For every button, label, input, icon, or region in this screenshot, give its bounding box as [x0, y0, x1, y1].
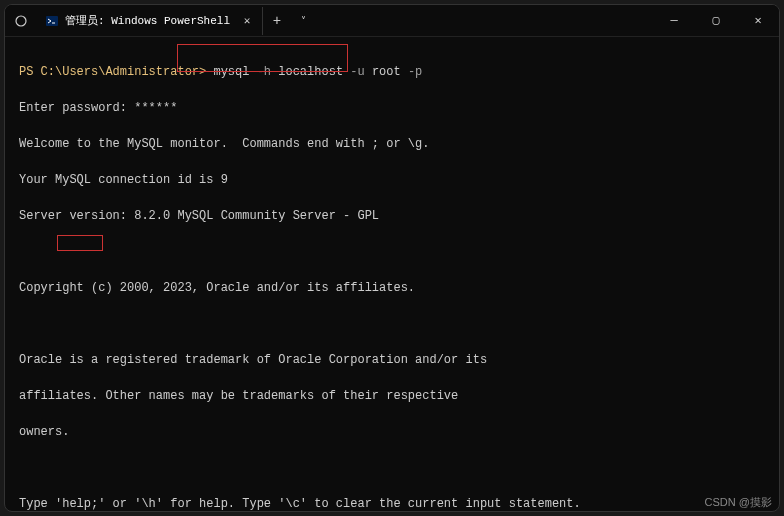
watermark: CSDN @摸影 [705, 495, 772, 510]
tab-powershell[interactable]: 管理员: Windows PowerShell ✕ [37, 7, 263, 35]
user-arg: root [372, 65, 401, 79]
trademark-1: Oracle is a registered trademark of Orac… [19, 351, 765, 369]
flag-u: -u [343, 65, 372, 79]
blank-2 [19, 315, 765, 333]
svg-point-0 [16, 16, 26, 26]
blank-3 [19, 459, 765, 477]
ps-prompt: PS C:\Users\Administrator> [19, 65, 213, 79]
svg-rect-1 [46, 16, 58, 26]
titlebar: 管理员: Windows PowerShell ✕ + ˅ — ▢ ✕ [5, 5, 779, 37]
welcome-1: Welcome to the MySQL monitor. Commands e… [19, 135, 765, 153]
minimize-button[interactable]: — [653, 5, 695, 36]
welcome-2: Your MySQL connection id is 9 [19, 171, 765, 189]
enter-password: Enter password: ****** [19, 99, 765, 117]
new-tab-button[interactable]: + [263, 7, 291, 35]
blank-1 [19, 243, 765, 261]
maximize-button[interactable]: ▢ [695, 5, 737, 36]
tab-title: 管理员: Windows PowerShell [65, 13, 230, 28]
terminal-body[interactable]: PS C:\Users\Administrator> mysql -h loca… [5, 37, 779, 511]
tab-close-icon[interactable]: ✕ [240, 14, 254, 28]
trademark-2: affiliates. Other names may be trademark… [19, 387, 765, 405]
welcome-3: Server version: 8.2.0 MySQL Community Se… [19, 207, 765, 225]
copyright: Copyright (c) 2000, 2023, Oracle and/or … [19, 279, 765, 297]
terminal-window: 管理员: Windows PowerShell ✕ + ˅ — ▢ ✕ PS C… [4, 4, 780, 512]
flag-h: -h [249, 65, 278, 79]
help-line: Type 'help;' or '\h' for help. Type '\c'… [19, 495, 765, 511]
close-button[interactable]: ✕ [737, 5, 779, 36]
cmd-mysql: mysql [213, 65, 249, 79]
window-controls: — ▢ ✕ [653, 5, 779, 36]
chevron-down-icon[interactable]: ˅ [291, 7, 315, 35]
menu-icon[interactable] [5, 5, 37, 36]
trademark-3: owners. [19, 423, 765, 441]
flag-p: -p [401, 65, 423, 79]
host-arg: localhost [278, 65, 343, 79]
powershell-icon [45, 14, 59, 28]
tab-area: 管理员: Windows PowerShell ✕ + ˅ [5, 5, 315, 36]
prompt-line: PS C:\Users\Administrator> mysql -h loca… [19, 63, 765, 81]
